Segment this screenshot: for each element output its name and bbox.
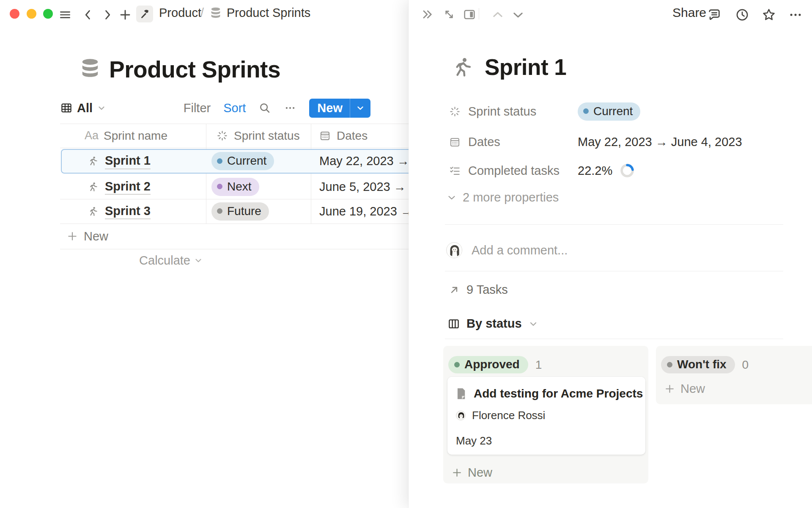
filter-button[interactable]: Filter — [184, 101, 211, 115]
column-status-pill[interactable]: Approved — [448, 356, 528, 373]
database-icon — [210, 7, 222, 20]
runner-icon — [88, 206, 98, 217]
close-window-button[interactable] — [10, 9, 19, 19]
search-icon[interactable] — [258, 102, 271, 114]
text-property-icon: Aa — [85, 129, 99, 142]
breadcrumb-workspace[interactable]: Product — [159, 6, 201, 20]
column-header-sprint-name[interactable]: Aa Sprint name — [60, 129, 206, 143]
property-label: Dates — [468, 135, 500, 149]
completed-tasks-value[interactable]: 22.2% — [578, 164, 612, 178]
page-icon — [455, 387, 467, 400]
hammer-icon — [139, 8, 150, 19]
calculate-button[interactable]: Calculate — [60, 249, 203, 272]
more-properties-label: 2 more properties — [463, 190, 559, 204]
property-row-completed-tasks[interactable]: Completed tasks 22.2% — [449, 159, 635, 182]
breadcrumb-page[interactable]: Product Sprints — [227, 6, 310, 20]
table-new-row-label: New — [84, 229, 108, 243]
arrow-up-right-icon — [449, 284, 460, 295]
next-page-icon[interactable] — [511, 8, 525, 22]
favorite-star-icon[interactable] — [762, 8, 776, 22]
page-runner-icon[interactable] — [451, 56, 473, 78]
expand-page-icon[interactable] — [442, 8, 456, 21]
view-tab-all[interactable]: All — [60, 101, 106, 115]
column-count: 0 — [742, 358, 749, 372]
status-dot — [454, 362, 460, 367]
sprint-name-link[interactable]: Sprint 3 — [105, 203, 151, 219]
zoom-window-button[interactable] — [43, 9, 53, 19]
database-toolbar: All Filter Sort New — [60, 97, 370, 119]
board-new-card-button[interactable]: New — [452, 466, 492, 480]
comments-icon[interactable] — [707, 8, 721, 22]
column-status-pill[interactable]: Won't fix — [661, 356, 735, 373]
more-properties-toggle[interactable]: 2 more properties — [447, 190, 559, 204]
property-label: Sprint status — [468, 105, 536, 119]
column-header-sprint-status[interactable]: Sprint status — [206, 129, 311, 143]
minimize-window-button[interactable] — [27, 9, 36, 19]
plus-icon — [664, 384, 675, 394]
new-button-dropdown[interactable] — [350, 103, 370, 113]
close-peek-icon[interactable] — [420, 8, 434, 21]
property-label: Completed tasks — [468, 164, 560, 178]
peek-panel: Share Sprint 1 Sprint status Current — [409, 0, 812, 508]
status-pill[interactable]: Future — [211, 202, 269, 221]
card-date: May 23 — [456, 434, 492, 447]
status-dot — [217, 158, 222, 164]
dates-value[interactable]: June 5, 2023 → Ju — [319, 180, 422, 194]
divider — [445, 224, 783, 225]
updates-clock-icon[interactable] — [735, 8, 749, 22]
comment-input[interactable]: Add a comment... — [446, 242, 568, 258]
board-view-tab[interactable]: By status — [447, 317, 538, 331]
forward-icon[interactable] — [101, 8, 114, 22]
column-count: 1 — [535, 358, 542, 372]
workspace-icon[interactable] — [136, 6, 153, 22]
property-row-dates[interactable]: Dates May 22, 2023 → June 4, 2023 — [449, 130, 742, 154]
back-icon[interactable] — [81, 8, 95, 22]
board-new-card-label: New — [680, 382, 705, 396]
chevron-down-icon[interactable] — [528, 319, 538, 329]
share-button[interactable]: Share — [672, 6, 706, 20]
calculate-label: Calculate — [139, 254, 190, 268]
status-property-icon — [217, 130, 228, 141]
divider — [445, 271, 783, 271]
status-dot — [217, 184, 222, 189]
plus-icon — [452, 467, 462, 478]
status-property-icon — [449, 106, 461, 117]
status-dot — [667, 362, 672, 367]
new-tab-icon[interactable] — [118, 8, 132, 22]
sidebar-toggle-icon[interactable] — [58, 8, 72, 22]
page-title: Product Sprints — [109, 56, 280, 83]
tasks-backlink-label: 9 Tasks — [466, 283, 508, 297]
peek-page-title[interactable]: Sprint 1 — [485, 54, 566, 80]
status-pill[interactable]: Next — [211, 178, 259, 196]
board-card[interactable]: Add testing for Acme Projects Florence R… — [447, 377, 645, 455]
calendar-property-icon — [449, 136, 461, 148]
sprint-name-link[interactable]: Sprint 1 — [105, 153, 151, 169]
checklist-property-icon — [449, 165, 461, 177]
progress-ring — [619, 163, 635, 179]
more-options-icon[interactable] — [284, 102, 296, 114]
breadcrumb-separator: / — [200, 6, 204, 20]
page-more-options-icon[interactable] — [788, 8, 803, 22]
view-tab-label: All — [77, 101, 93, 115]
new-button[interactable]: New — [309, 99, 370, 118]
dates-value[interactable]: June 19, 2023 → J — [319, 204, 422, 218]
dates-value[interactable]: May 22, 2023 → June 4, 2023 — [578, 135, 742, 149]
board-view-label: By status — [466, 317, 522, 331]
sprint-name-link[interactable]: Sprint 2 — [105, 179, 151, 195]
sort-button[interactable]: Sort — [223, 101, 246, 115]
side-peek-toggle-icon[interactable] — [463, 8, 476, 21]
board-new-card-button[interactable]: New — [664, 382, 705, 396]
property-row-sprint-status[interactable]: Sprint status Current — [449, 99, 640, 123]
plus-icon — [67, 231, 78, 242]
page-database-icon[interactable] — [80, 58, 100, 81]
runner-icon — [88, 182, 98, 192]
nav-divider — [479, 8, 479, 19]
divider — [445, 339, 783, 339]
tasks-backlink[interactable]: 9 Tasks — [449, 283, 508, 297]
status-pill[interactable]: Current — [211, 152, 274, 170]
status-pill[interactable]: Current — [578, 102, 640, 121]
table-new-row-button[interactable]: New — [67, 224, 108, 249]
previous-page-icon[interactable] — [491, 8, 505, 22]
table-view-icon — [60, 102, 73, 114]
calendar-property-icon — [319, 130, 331, 141]
